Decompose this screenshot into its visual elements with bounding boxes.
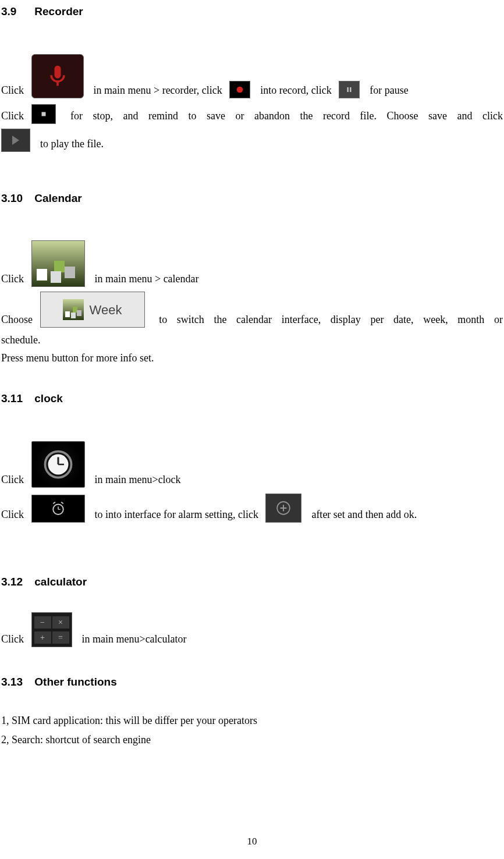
alarm-icon [31,495,85,523]
recorder-app-icon [31,54,84,98]
other-line-2: 2, Search: shortcut of search engine [1,732,503,748]
recorder-line-1: Click in main menu > recorder, click int… [1,54,503,98]
calculator-app-icon: −×+= [31,612,72,647]
week-button-icon: Week [40,292,145,328]
recorder-line-3: to play the file. [1,129,503,152]
calculator-line-1: Click −×+= in main menu>calculator [1,612,503,647]
svg-line-12 [61,502,63,503]
heading-3-10: 3.10 Calendar [1,190,503,207]
play-icon [1,129,30,152]
calendar-app-icon [31,240,85,287]
svg-line-11 [53,502,55,503]
record-icon [229,81,250,98]
recorder-line-2: Click for stop, and remind to save or ab… [1,104,503,124]
clock-line-2: Click to into interface for alarm settin… [1,494,503,523]
stop-icon [31,104,56,124]
svg-rect-3 [41,112,45,116]
pause-icon [339,81,360,98]
heading-3-12: 3.12 calculator [1,574,503,591]
svg-rect-2 [350,87,351,91]
calendar-line-2: Choose Week to switch the calendar inter… [1,292,503,328]
heading-3-9: 3.9 Recorder [1,3,503,20]
other-line-1: 1, SIM card application: this will be di… [1,713,503,729]
heading-3-13: 3.13 Other functions [1,674,503,691]
calendar-line-1: Click in main menu > calendar [1,240,503,287]
calendar-line-4: Press menu button for more info set. [1,350,503,366]
clock-app-icon [31,441,85,488]
plus-icon [265,494,301,523]
clock-line-1: Click in main menu>clock [1,441,503,488]
heading-3-11: 3.11 clock [1,391,503,407]
svg-point-0 [237,86,243,93]
svg-rect-1 [347,87,349,91]
page-number: 10 [0,834,504,849]
calendar-line-3: schedule. [1,332,503,348]
